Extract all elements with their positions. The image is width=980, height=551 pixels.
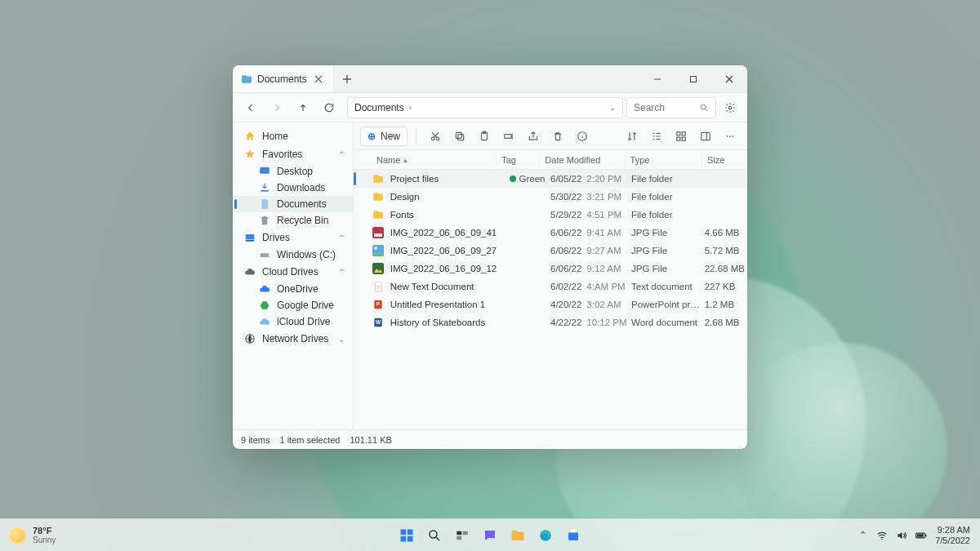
clock-time: 9:28 AM [935,525,970,535]
file-icon [372,227,385,238]
clock[interactable]: 9:28 AM 7/5/2022 [935,525,970,544]
sidebar-item-windows-c[interactable]: Windows (C:) [233,247,353,263]
paste-button[interactable] [474,126,495,147]
tab-close-button[interactable] [312,73,325,86]
new-button[interactable]: ⊕ New [360,127,408,146]
sidebar-item-documents[interactable]: Documents [233,196,353,212]
copy-button[interactable] [449,126,470,147]
chat-button[interactable] [479,524,501,547]
task-view-button[interactable] [451,524,474,547]
file-size: 22.68 MB [705,264,747,273]
svg-rect-42 [463,531,468,535]
delete-button[interactable] [547,126,568,147]
refresh-button[interactable] [318,96,341,119]
taskbar: 78°F Sunny ⌃ 9:28 AM 7/5/2022 [0,518,980,551]
sidebar-item-desktop[interactable]: Desktop [233,163,353,180]
new-tab-button[interactable] [334,65,360,92]
settings-button[interactable] [719,97,741,118]
file-row[interactable]: Project filesGreen6/05/222:20 PMFile fol… [354,170,747,188]
file-explorer-window: Documents Documents › ⌄ [233,65,747,449]
svg-point-30 [374,247,377,250]
up-button[interactable] [292,96,314,119]
column-type[interactable]: Type [626,150,702,169]
column-headers: Name▴ Tag Date Modified Type Size [354,150,747,170]
svg-rect-48 [925,534,926,535]
file-icon [372,191,385,202]
sidebar-item-onedrive[interactable]: OneDrive [233,281,353,297]
sidebar-group-network[interactable]: Network Drives ⌄ [233,330,353,348]
svg-point-1 [701,104,706,109]
start-button[interactable] [395,524,418,547]
rename-button[interactable] [498,126,519,147]
file-row[interactable]: IMG_2022_06_16_09_126/06/229:12 AMJPG Fi… [354,260,747,278]
layout-button[interactable] [670,126,692,147]
svg-text:W: W [376,319,381,325]
system-tray[interactable]: ⌃ 9:28 AM 7/5/2022 [857,525,980,544]
cut-button[interactable] [425,126,446,147]
column-size[interactable]: Size [702,150,747,169]
tab-documents[interactable]: Documents [233,65,334,92]
file-row[interactable]: IMG_2022_06_06_09_276/06/229:27 AMJPG Fi… [354,242,747,260]
file-row[interactable]: IMG_2022_06_06_09_416/06/229:41 AMJPG Fi… [354,224,747,242]
trash-icon [259,215,270,226]
wifi-icon[interactable] [876,530,888,541]
file-size: 5.72 MB [705,246,747,256]
search-box[interactable] [626,97,716,118]
more-button[interactable] [719,126,741,147]
column-date[interactable]: Date Modified [540,150,625,169]
svg-point-2 [728,106,732,109]
file-date: 4/22/2210:12 PM [550,318,631,327]
sidebar-home[interactable]: Home [233,127,353,145]
view-button[interactable] [646,126,667,147]
svg-rect-23 [702,132,710,140]
sidebar-item-icloud-drive[interactable]: iCloud Drive [233,313,353,330]
svg-point-24 [727,136,728,137]
forward-button[interactable] [265,96,288,119]
volume-icon[interactable] [896,530,907,541]
properties-button[interactable] [572,126,593,147]
svg-rect-17 [505,134,511,138]
file-name: New Text Document [390,282,510,291]
file-name: Untitled Presentation 1 [390,300,510,309]
sidebar-group-cloud[interactable]: Cloud Drives ⌃ [233,263,353,281]
svg-rect-49 [917,534,924,537]
battery-icon[interactable] [915,530,927,541]
sidebar-group-favorites[interactable]: Favorites ⌃ [233,145,353,163]
maximize-button[interactable] [675,65,711,92]
back-button[interactable] [239,96,262,119]
share-button[interactable] [523,126,544,147]
breadcrumb-segment[interactable]: Documents [354,102,404,113]
weather-widget[interactable]: 78°F Sunny [0,526,56,544]
search-input[interactable] [634,102,694,113]
tray-chevron-icon[interactable]: ⌃ [857,530,868,541]
sidebar-group-drives[interactable]: Drives ⌃ [233,229,353,247]
file-date: 6/06/229:41 AM [550,228,631,238]
sidebar-item-google-drive[interactable]: Google Drive [233,297,353,313]
store-button[interactable] [562,524,585,547]
file-row[interactable]: Design5/30/223:21 PMFile folder [354,188,747,206]
disk-icon [259,249,270,260]
close-button[interactable] [711,65,747,92]
cloud-icon [244,266,256,278]
sort-button[interactable] [621,126,643,147]
file-row[interactable]: WHistory of Skateboards4/22/2210:12 PMWo… [354,313,747,331]
file-date: 5/29/224:51 PM [550,210,631,220]
taskbar-search-button[interactable] [423,524,446,547]
file-row[interactable]: New Text Document6/02/224:AM PMText docu… [354,278,747,295]
svg-rect-0 [691,76,697,82]
preview-pane-button[interactable] [695,126,716,147]
file-row[interactable]: PUntitled Presentation 14/20/223:02 AMPo… [354,295,747,313]
column-tag[interactable]: Tag [497,150,540,169]
file-explorer-button[interactable] [506,524,529,547]
file-row[interactable]: Fonts5/29/224:51 PMFile folder [354,206,747,224]
breadcrumb-dropdown[interactable]: ⌄ [609,103,616,112]
edge-button[interactable] [534,524,557,547]
sidebar-item-recycle-bin[interactable]: Recycle Bin [233,212,353,229]
breadcrumb[interactable]: Documents › ⌄ [347,97,623,118]
file-name: IMG_2022_06_06_09_27 [390,246,510,256]
svg-rect-41 [457,531,461,535]
column-name[interactable]: Name▴ [372,150,497,169]
sidebar-item-downloads[interactable]: Downloads [233,180,353,196]
svg-point-40 [430,531,437,538]
minimize-button[interactable] [639,65,675,92]
